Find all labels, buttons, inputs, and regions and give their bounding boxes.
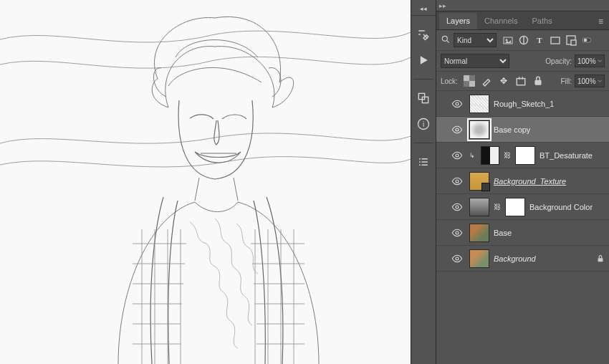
panel-collapse-icon[interactable]: ▸▸ [439, 2, 446, 9]
svg-rect-16 [517, 79, 524, 85]
fill-value[interactable]: 100% [575, 75, 605, 87]
svg-point-24 [456, 257, 459, 260]
filter-shape-icon[interactable] [550, 34, 561, 46]
svg-point-12 [584, 39, 588, 42]
layer-thumbnail[interactable] [469, 249, 489, 268]
visibility-toggle[interactable] [449, 122, 465, 138]
visibility-toggle[interactable] [449, 225, 465, 241]
layer-name[interactable]: Background_Texture [494, 177, 606, 186]
layer-bt-desaturate[interactable]: ↳ ⛓ BT_Desaturate [436, 143, 609, 168]
lock-transparent-icon[interactable] [464, 75, 475, 87]
fill-label: Fill: [560, 77, 572, 85]
svg-rect-1 [418, 93, 424, 99]
search-icon [441, 34, 451, 46]
svg-point-23 [456, 231, 459, 234]
opacity-label: Opacity: [545, 57, 572, 65]
layer-thumbnail[interactable] [469, 224, 489, 242]
layer-background-color[interactable]: ⛓ Background Color [436, 194, 609, 220]
layer-name[interactable]: Background [494, 254, 590, 263]
panel-tabs: Layers Channels Paths ≡ [436, 11, 609, 30]
layer-name[interactable]: BT_Desaturate [540, 151, 606, 160]
lock-icon [595, 254, 606, 263]
collapse-panels-icon[interactable]: ◂◂ [411, 4, 436, 16]
layer-thumbnail[interactable] [469, 172, 489, 191]
layer-list: Rough_Sketch_1 Base copy ↳ ⛓ BT_Desatura… [436, 91, 609, 364]
layer-mask-thumbnail[interactable] [515, 146, 535, 165]
mask-link-icon[interactable]: ⛓ [504, 151, 511, 159]
visibility-toggle[interactable] [449, 251, 465, 267]
filter-smartobj-icon[interactable] [565, 34, 577, 46]
layer-background[interactable]: Background [436, 246, 609, 272]
visibility-toggle[interactable] [449, 173, 465, 189]
visibility-toggle[interactable] [449, 199, 465, 215]
svg-rect-2 [422, 97, 428, 102]
lock-artboard-icon[interactable] [515, 75, 527, 87]
blend-mode-select[interactable]: Normal [441, 54, 509, 68]
layer-name[interactable]: Background Color [529, 203, 606, 211]
svg-rect-8 [551, 37, 560, 44]
panel-menu-icon[interactable]: ≡ [593, 14, 609, 29]
lock-pixel-icon[interactable] [481, 75, 492, 87]
sketch-preview [0, 0, 411, 364]
layer-filter-row: Kind T [436, 30, 609, 51]
layer-thumbnail[interactable] [469, 95, 489, 113]
svg-rect-25 [598, 258, 603, 262]
artboard-icon[interactable] [416, 91, 431, 105]
info-icon[interactable]: i [416, 117, 431, 131]
history-brush-icon[interactable] [416, 27, 431, 42]
filter-pixel-icon[interactable] [502, 34, 514, 46]
svg-rect-14 [464, 75, 469, 81]
svg-rect-17 [534, 80, 541, 85]
document-canvas[interactable] [0, 0, 411, 364]
blend-opacity-row: Normal Opacity: 100% [436, 51, 609, 72]
svg-rect-15 [469, 81, 475, 87]
layer-name[interactable]: Base [494, 229, 606, 237]
lock-position-icon[interactable]: ✥ [498, 75, 509, 87]
play-actions-icon[interactable] [416, 53, 431, 67]
filter-toggle-icon[interactable] [581, 34, 593, 46]
clip-indicator-icon: ↳ [469, 152, 476, 159]
layer-thumbnail[interactable] [469, 198, 489, 216]
svg-rect-0 [0, 0, 411, 364]
mask-link-icon[interactable]: ⛓ [494, 203, 501, 211]
layer-name[interactable]: Rough_Sketch_1 [494, 100, 606, 108]
svg-point-21 [456, 180, 459, 183]
layer-base-copy[interactable]: Base copy [436, 117, 609, 143]
lock-label: Lock: [441, 77, 458, 85]
tab-layers[interactable]: Layers [439, 13, 477, 29]
filter-kind-select[interactable]: Kind [454, 33, 497, 47]
svg-rect-10 [571, 40, 576, 45]
svg-point-22 [456, 206, 459, 209]
filter-type-icon[interactable]: T [534, 34, 545, 46]
opacity-value[interactable]: 100% [575, 54, 605, 67]
tab-channels[interactable]: Channels [477, 13, 524, 29]
layers-panel: ▸▸ Layers Channels Paths ≡ Kind T [436, 0, 609, 364]
layer-thumbnail[interactable] [469, 120, 489, 139]
visibility-toggle[interactable] [449, 96, 465, 112]
svg-point-18 [456, 102, 459, 105]
tab-paths[interactable]: Paths [525, 13, 560, 29]
svg-point-19 [456, 128, 459, 131]
layer-background-texture[interactable]: Background_Texture [436, 168, 609, 194]
list-icon[interactable] [416, 155, 431, 169]
layer-base[interactable]: Base [436, 220, 609, 246]
svg-point-20 [456, 154, 459, 157]
filter-adjustment-icon[interactable] [518, 34, 529, 46]
visibility-toggle[interactable] [449, 148, 465, 163]
layer-name[interactable]: Base copy [494, 125, 606, 134]
svg-point-4 [442, 36, 447, 41]
right-panel-stack: ◂◂ i ▸▸ Layers Channels Paths ≡ [411, 0, 609, 364]
layer-rough-sketch[interactable]: Rough_Sketch_1 [436, 91, 609, 117]
svg-point-6 [506, 39, 508, 42]
adjustment-thumbnail[interactable] [481, 146, 499, 165]
lock-fill-row: Lock: ✥ Fill: 100% [436, 72, 609, 91]
lock-all-icon[interactable] [532, 75, 544, 87]
layer-mask-thumbnail[interactable] [505, 198, 525, 216]
collapsed-panel-strip: ◂◂ i [411, 0, 436, 364]
